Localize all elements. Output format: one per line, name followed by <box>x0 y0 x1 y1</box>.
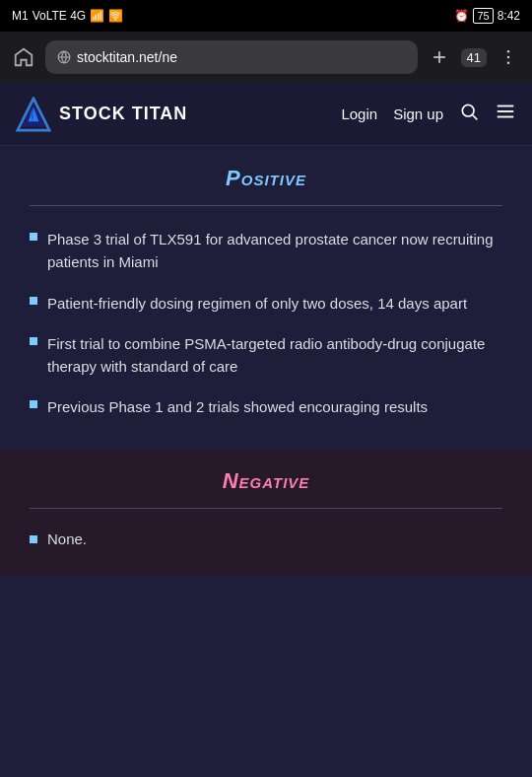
alarm-icon: ⏰ <box>454 9 469 23</box>
bullet-square-icon <box>30 233 37 241</box>
svg-line-10 <box>473 115 478 120</box>
bullet-square-icon <box>30 535 37 543</box>
signal-icon: 📶 <box>90 9 104 23</box>
browser-chrome: stocktitan.net/ne 41 <box>0 32 532 83</box>
logo-container: STOCK TITAN <box>16 97 187 132</box>
network-label: VoLTE 4G <box>33 9 86 23</box>
svg-point-4 <box>507 50 510 53</box>
svg-point-9 <box>462 105 474 116</box>
svg-point-5 <box>507 56 510 59</box>
none-label: None. <box>47 530 87 547</box>
status-right: ⏰ 75 8:42 <box>454 8 520 24</box>
bullet-text: Previous Phase 1 and 2 trials showed enc… <box>47 395 428 418</box>
negative-section-title: Negative <box>30 468 502 494</box>
menu-button[interactable] <box>495 101 516 127</box>
list-item: Phase 3 trial of TLX591 for advanced pro… <box>30 228 502 274</box>
list-item: Patient-friendly dosing regimen of only … <box>30 292 502 315</box>
add-tab-button[interactable] <box>426 43 453 71</box>
positive-divider <box>30 205 502 206</box>
main-content: Positive Phase 3 trial of TLX591 for adv… <box>0 146 532 777</box>
svg-point-6 <box>507 62 510 65</box>
login-link[interactable]: Login <box>341 106 377 122</box>
logo-text: STOCK TITAN <box>59 104 187 124</box>
status-bar: M1 VoLTE 4G 📶 🛜 ⏰ 75 8:42 <box>0 0 532 32</box>
bullet-text: First trial to combine PSMA-targeted rad… <box>47 332 502 379</box>
time-display: 8:42 <box>498 9 520 23</box>
logo-icon <box>16 97 51 132</box>
address-bar[interactable]: stocktitan.net/ne <box>45 40 418 74</box>
bullet-square-icon <box>30 400 37 408</box>
negative-section: Negative None. <box>0 449 532 577</box>
status-left: M1 VoLTE 4G 📶 🛜 <box>12 9 123 23</box>
address-text: stocktitan.net/ne <box>77 49 406 65</box>
positive-section-title: Positive <box>30 166 502 191</box>
carrier-label: M1 <box>12 9 29 23</box>
bullet-text: Phase 3 trial of TLX591 for advanced pro… <box>47 228 502 274</box>
nav-links: Login Sign up <box>341 101 516 127</box>
bullet-square-icon <box>30 297 37 305</box>
bullet-text: Patient-friendly dosing regimen of only … <box>47 292 467 315</box>
list-item: First trial to combine PSMA-targeted rad… <box>30 332 502 379</box>
positive-bullet-list: Phase 3 trial of TLX591 for advanced pro… <box>30 228 502 419</box>
battery-indicator: 75 <box>473 8 493 24</box>
search-button[interactable] <box>459 102 479 126</box>
nav-bar: STOCK TITAN Login Sign up <box>0 83 532 146</box>
negative-none-container: None. <box>30 530 502 547</box>
tabs-count-badge[interactable]: 41 <box>461 48 487 67</box>
positive-section: Positive Phase 3 trial of TLX591 for adv… <box>0 146 532 449</box>
negative-divider <box>30 508 502 509</box>
signup-link[interactable]: Sign up <box>393 106 443 122</box>
list-item: Previous Phase 1 and 2 trials showed enc… <box>30 395 502 418</box>
bullet-square-icon <box>30 337 37 345</box>
wifi-icon: 🛜 <box>108 9 123 23</box>
home-button[interactable] <box>10 43 37 71</box>
more-menu-button[interactable] <box>495 43 522 71</box>
